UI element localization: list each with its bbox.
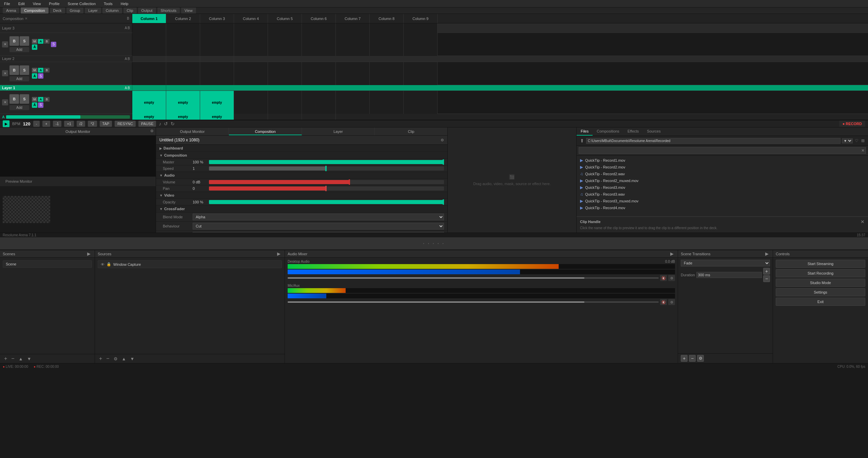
files-path-input[interactable] [586, 138, 841, 144]
rewind-icon[interactable]: ↺ [164, 121, 168, 126]
layer3-b-btn[interactable]: B [128, 26, 130, 30]
column-header-6[interactable]: Column 6 [302, 14, 336, 23]
settings-btn[interactable]: Settings [776, 288, 865, 296]
panel-tab-layer[interactable]: Layer [302, 127, 375, 135]
tab-deck[interactable]: Deck [50, 7, 65, 14]
file-item[interactable]: ▶ QuickTip - Record1.mov [577, 157, 868, 164]
menu-item-tools[interactable]: Tools [102, 1, 114, 6]
layer1-mc-2[interactable]: empty [166, 91, 200, 114]
tab-arena[interactable]: Arena [3, 7, 19, 14]
layer1-mc-6[interactable] [302, 91, 336, 114]
obs-transitions-add-btn[interactable]: + [681, 355, 688, 362]
beat-clip-6[interactable] [302, 114, 336, 120]
volume-slider[interactable] [209, 180, 444, 184]
output-monitor-gear-icon[interactable]: ⚙ [150, 129, 154, 133]
obs-transitions-settings-btn[interactable]: ⚙ [697, 355, 704, 362]
bpm-plus1-btn[interactable]: +1 [64, 121, 74, 127]
files-tab-effects[interactable]: Effects [623, 127, 643, 136]
layer3-main-clip-2[interactable] [166, 33, 200, 56]
layer1-b-btn2[interactable]: B [9, 94, 19, 104]
column-header-9[interactable]: Column 9 [404, 14, 438, 23]
layer2-mc-6[interactable] [302, 62, 336, 85]
clip-handle-close-btn[interactable]: ✕ [861, 219, 865, 224]
start-recording-btn[interactable]: Start Recording [776, 269, 865, 277]
layer3-s-btn[interactable]: S [20, 36, 29, 46]
layer1-a-btn[interactable]: A [125, 86, 127, 90]
layer1-mc-9[interactable] [404, 91, 438, 114]
layer3-main-clip-5[interactable] [268, 33, 302, 56]
layer2-mc-2[interactable] [166, 62, 200, 85]
file-item[interactable]: ♫ QuickTip - Record3.wav [577, 191, 868, 198]
opacity-slider[interactable] [209, 200, 444, 204]
tab-group[interactable]: Group [66, 7, 84, 14]
transition-type-select[interactable]: Fade [681, 260, 770, 266]
bpm-value[interactable]: 120 [23, 121, 31, 126]
panel-tab-composition[interactable]: Composition [229, 127, 302, 135]
layer2-mc-5[interactable] [268, 62, 302, 85]
menu-item-profile[interactable]: Profile [47, 1, 61, 6]
layer3-a-active-btn[interactable]: A [38, 39, 43, 44]
master-slider[interactable] [209, 160, 444, 164]
layer2-s-btn[interactable]: S [20, 65, 29, 75]
mixer-desktop-settings-btn[interactable]: ⚙ [668, 275, 675, 281]
mixer-desktop-mute-btn[interactable]: 🔇 [660, 275, 667, 281]
column-header-5[interactable]: Column 5 [268, 14, 302, 23]
menu-item-file[interactable]: File [3, 1, 12, 6]
bpm-div2-btn[interactable]: /2 [77, 121, 85, 127]
layer1-mc-5[interactable] [268, 91, 302, 114]
obs-transitions-collapse-btn[interactable]: ▶ [764, 251, 770, 256]
composition-x-btn[interactable]: ✕ [25, 17, 27, 20]
speed-slider[interactable] [209, 166, 444, 171]
layer3-main-clip-4[interactable] [234, 33, 268, 56]
obs-scenes-up-btn[interactable]: ▲ [17, 356, 24, 361]
layer2-m-btn[interactable]: M [32, 68, 37, 73]
layer2-b-btn2[interactable]: B [9, 65, 19, 75]
layer3-b-btn2[interactable]: B [9, 36, 19, 46]
menu-item-edit[interactable]: Edit [17, 1, 26, 6]
bpm-minus-btn[interactable]: - [33, 121, 40, 127]
obs-scenes-collapse-btn[interactable]: ▶ [86, 251, 92, 256]
layer2-mc-4[interactable] [234, 62, 268, 85]
mixer-mic-vol-slider[interactable] [288, 301, 659, 303]
bpm-mul2-btn[interactable]: *2 [88, 121, 97, 127]
panel-tab-clip[interactable]: Clip [375, 127, 447, 135]
panel-tab-output-monitor[interactable]: Output Monitor [156, 127, 229, 135]
files-grid-btn[interactable]: ⊞ [861, 138, 865, 144]
layer2-a-btn[interactable]: A [125, 57, 127, 61]
obs-sources-add-btn[interactable]: + [98, 356, 103, 362]
video-section-header[interactable]: ▼ Video [156, 192, 447, 199]
obs-transitions-remove-btn[interactable]: − [689, 355, 696, 362]
layer2-b-off-btn[interactable]: B [44, 68, 50, 73]
beat-clip-2[interactable]: empty [166, 114, 200, 120]
file-item[interactable]: ▶ QuickTip - Record4.mov [577, 204, 868, 211]
comp-panel-settings-icon[interactable]: ⚙ [441, 138, 444, 142]
column-header-1[interactable]: Column 1 [132, 14, 166, 23]
start-streaming-btn[interactable]: Start Streaming [776, 260, 865, 268]
pan-slider[interactable] [209, 186, 444, 191]
layer3-main-clip-3[interactable] [200, 33, 234, 56]
tap-btn[interactable]: TAP [100, 121, 112, 127]
layer1-mc-3[interactable]: empty [200, 91, 234, 114]
tab-view[interactable]: View [181, 7, 196, 14]
tab-composition[interactable]: Composition [21, 7, 48, 14]
file-item[interactable]: ▶ QuickTip - Record2_muxed.mov [577, 177, 868, 184]
layer1-add-btn[interactable]: Add [9, 105, 29, 110]
file-item[interactable]: ▶ QuickTip - Record3_muxed.mov [577, 198, 868, 204]
files-tab-files[interactable]: Files [577, 127, 593, 136]
resolume-logo-btn[interactable]: ▶ [3, 120, 9, 127]
layer1-b-btn[interactable]: B [128, 86, 130, 90]
layer2-purple-btn2[interactable]: S [38, 73, 43, 79]
layer3-b-off-btn[interactable]: B [44, 39, 50, 44]
layer1-green-btn[interactable]: A [32, 102, 37, 108]
studio-mode-btn[interactable]: Studio Mode [776, 279, 865, 287]
source-eye-icon[interactable]: 👁 [101, 262, 104, 266]
layer2-mc-7[interactable] [336, 62, 370, 85]
files-tab-compositions[interactable]: Compositions [593, 127, 623, 136]
mixer-desktop-vol-slider[interactable] [288, 277, 659, 279]
layer2-green-btn[interactable]: A [32, 73, 37, 79]
source-item[interactable]: 👁 🔒 Window Capture [98, 260, 282, 268]
duration-decrease-btn[interactable]: − [763, 275, 770, 282]
files-sort-select[interactable]: ▼ [842, 138, 853, 143]
layer2-mc-3[interactable] [200, 62, 234, 85]
layer3-main-clip-7[interactable] [336, 33, 370, 56]
